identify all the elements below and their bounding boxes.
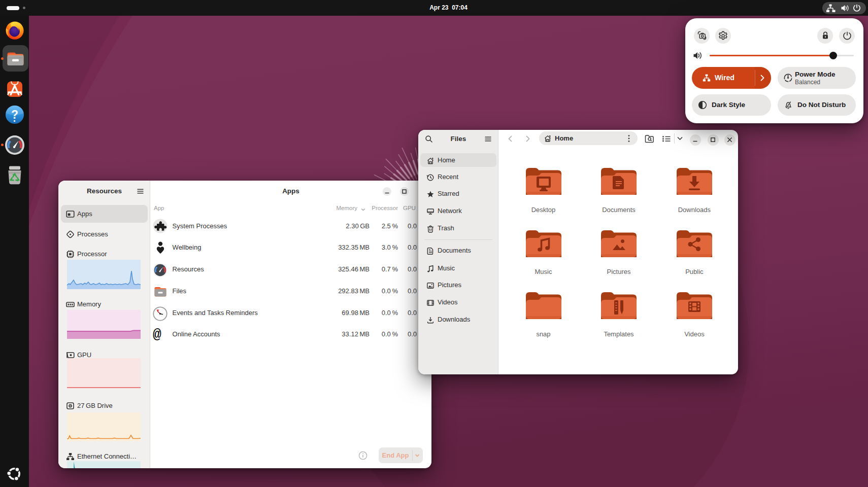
svg-text:?: ? [11, 108, 18, 121]
